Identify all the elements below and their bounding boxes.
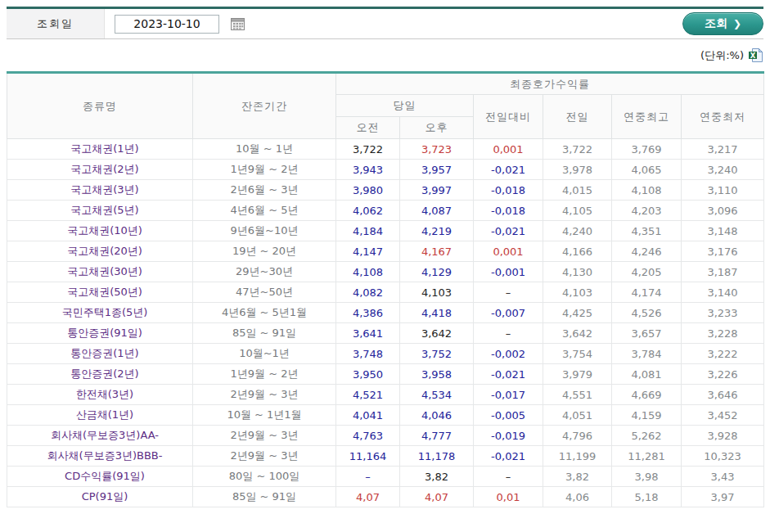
excel-download-icon[interactable]: X — [748, 47, 763, 63]
cell-year-low: 3,187 — [682, 262, 764, 282]
cell-year-low: 3,140 — [682, 282, 764, 303]
cell-period: 47년~50년 — [193, 282, 336, 303]
cell-year-low: 10,323 — [682, 446, 764, 467]
cell-period: 1년9월 ~ 2년 — [193, 364, 336, 385]
cell-am: – — [336, 467, 400, 487]
cell-year-low: 3,452 — [682, 405, 764, 426]
calendar-icon[interactable] — [231, 17, 245, 31]
cell-pm: 3,752 — [400, 344, 474, 364]
cell-change: -0,018 — [474, 201, 543, 221]
cell-year-low: 3,176 — [682, 241, 764, 262]
table-row: 국고채권(5년)4년6월 ~ 5년4,0624,087-0,0184,1054,… — [7, 201, 764, 221]
cell-change: 0,01 — [474, 487, 543, 507]
cell-period: 80일 ~ 100일 — [193, 467, 336, 487]
cell-prev: 4,06 — [543, 487, 612, 507]
cell-am: 4,184 — [336, 221, 400, 241]
cell-name: 국고채권(3년) — [7, 180, 193, 201]
cell-year-low: 3,226 — [682, 364, 764, 385]
cell-year-high: 4,065 — [612, 160, 682, 180]
cell-year-low: 3,928 — [682, 426, 764, 446]
table-row: 국고채권(30년)29년~30년4,1084,129-0,0014,1304,2… — [7, 262, 764, 282]
cell-prev: 4,796 — [543, 426, 612, 446]
header-yield-group: 최종호가수익률 — [336, 73, 764, 95]
cell-period: 29년~30년 — [193, 262, 336, 282]
cell-change: -0,021 — [474, 160, 543, 180]
cell-change: -0,007 — [474, 303, 543, 323]
cell-change: – — [474, 282, 543, 303]
date-input[interactable] — [115, 15, 219, 34]
table-row: 국고채권(3년)2년6월 ~ 3년3,9803,997-0,0184,0154,… — [7, 180, 764, 201]
cell-pm: 11,178 — [400, 446, 474, 467]
cell-year-high: 4,669 — [612, 385, 682, 405]
cell-am: 4,763 — [336, 426, 400, 446]
cell-year-low: 3,217 — [682, 139, 764, 160]
cell-change: – — [474, 467, 543, 487]
cell-prev: 3,978 — [543, 160, 612, 180]
cell-pm: 4,167 — [400, 241, 474, 262]
cell-am: 3,943 — [336, 160, 400, 180]
cell-year-high: 5,262 — [612, 426, 682, 446]
cell-period: 10월 ~ 1년 — [193, 139, 336, 160]
cell-change: 0,001 — [474, 241, 543, 262]
cell-pm: 4,103 — [400, 282, 474, 303]
chevron-right-icon: ❯ — [733, 18, 741, 29]
cell-name: 국고채권(10년) — [7, 221, 193, 241]
cell-change: -0,019 — [474, 426, 543, 446]
cell-pm: 4,087 — [400, 201, 474, 221]
cell-pm: 3,82 — [400, 467, 474, 487]
cell-change: – — [474, 323, 543, 344]
cell-period: 2년6월 ~ 3년 — [193, 180, 336, 201]
cell-pm: 4,418 — [400, 303, 474, 323]
header-prev: 전일 — [543, 95, 612, 139]
cell-change: -0,001 — [474, 262, 543, 282]
cell-year-high: 4,205 — [612, 262, 682, 282]
header-year-low: 연중최저 — [682, 95, 764, 139]
cell-period: 4년6월 ~ 5년1월 — [193, 303, 336, 323]
cell-pm: 3,723 — [400, 139, 474, 160]
unit-note: (단위:%) — [700, 48, 744, 63]
unit-row: (단위:%) X — [7, 39, 763, 71]
cell-prev: 4,015 — [543, 180, 612, 201]
cell-name: 국민주택1종(5년) — [7, 303, 193, 323]
cell-period: 9년6월~10년 — [193, 221, 336, 241]
table-row: 국고채권(20년)19년 ~ 20년4,1474,1670,0014,1664,… — [7, 241, 764, 262]
cell-pm: 4,046 — [400, 405, 474, 426]
cell-year-high: 4,108 — [612, 180, 682, 201]
cell-name: 통안증권(2년) — [7, 364, 193, 385]
cell-year-high: 4,526 — [612, 303, 682, 323]
cell-year-low: 3,222 — [682, 344, 764, 364]
cell-name: 통안증권(91일) — [7, 323, 193, 344]
cell-year-high: 5,18 — [612, 487, 682, 507]
table-row: 국고채권(10년)9년6월~10년4,1844,219-0,0214,2404,… — [7, 221, 764, 241]
cell-pm: 3,642 — [400, 323, 474, 344]
cell-period: 85일 ~ 91일 — [193, 323, 336, 344]
cell-am: 4,386 — [336, 303, 400, 323]
cell-year-high: 11,281 — [612, 446, 682, 467]
search-button[interactable]: 조회 ❯ — [682, 12, 763, 35]
cell-prev: 4,240 — [543, 221, 612, 241]
cell-name: 국고채권(2년) — [7, 160, 193, 180]
cell-year-low: 3,228 — [682, 323, 764, 344]
cell-am: 4,147 — [336, 241, 400, 262]
cell-am: 3,980 — [336, 180, 400, 201]
cell-name: 한전채(3년) — [7, 385, 193, 405]
table-row: 산금채(1년)10월 ~ 1년1월4,0414,046-0,0054,0514,… — [7, 405, 764, 426]
cell-year-high: 4,081 — [612, 364, 682, 385]
cell-pm: 4,129 — [400, 262, 474, 282]
cell-year-low: 3,240 — [682, 160, 764, 180]
cell-change: -0,021 — [474, 364, 543, 385]
cell-am: 4,108 — [336, 262, 400, 282]
cell-period: 2년9월 ~ 3년 — [193, 446, 336, 467]
header-period: 잔존기간 — [193, 73, 336, 139]
header-change: 전일대비 — [474, 95, 543, 139]
cell-period: 10월 ~ 1년1월 — [193, 405, 336, 426]
cell-period: 2년9월 ~ 3년 — [193, 385, 336, 405]
cell-name: 국고채권(30년) — [7, 262, 193, 282]
cell-am: 4,041 — [336, 405, 400, 426]
cell-period: 85일 ~ 91일 — [193, 487, 336, 507]
cell-period: 10월~1년 — [193, 344, 336, 364]
cell-change: -0,002 — [474, 344, 543, 364]
header-today-group: 당일 — [336, 95, 474, 117]
cell-pm: 4,07 — [400, 487, 474, 507]
cell-prev: 4,425 — [543, 303, 612, 323]
